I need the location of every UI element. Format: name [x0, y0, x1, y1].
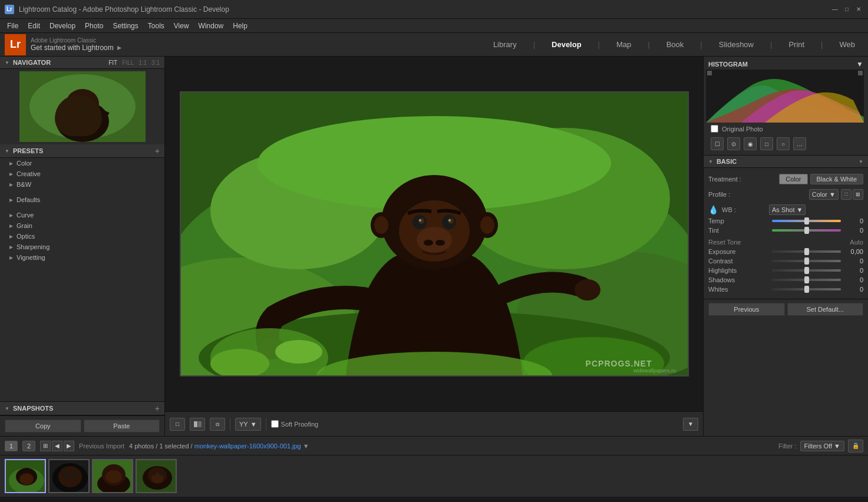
copy-button[interactable]: Copy — [5, 420, 81, 432]
auto-tone-button[interactable]: Auto — [850, 239, 863, 246]
module-map[interactable]: Map — [608, 38, 639, 51]
filename-dropdown-icon[interactable]: ▼ — [303, 442, 309, 450]
color-treatment-button[interactable]: Color — [779, 174, 807, 184]
next-arrow-icon[interactable]: ▶ — [64, 441, 74, 451]
close-button[interactable]: ✕ — [854, 5, 863, 14]
presets-header[interactable]: ▼ Presets + — [0, 144, 164, 158]
soft-proofing-checkbox[interactable] — [271, 420, 279, 428]
navigator-label: Navigator — [13, 59, 108, 66]
menu-photo[interactable]: Photo — [80, 19, 108, 33]
view-survey-button[interactable]: ⧈ — [210, 418, 225, 431]
module-library[interactable]: Library — [485, 38, 525, 51]
brush-icon[interactable]: … — [793, 137, 806, 150]
preset-grain[interactable]: ▶ Grain — [0, 220, 164, 231]
module-print[interactable]: Print — [780, 38, 813, 51]
module-develop[interactable]: Develop — [543, 38, 590, 51]
menu-tools[interactable]: Tools — [143, 19, 169, 33]
prev-arrow-icon[interactable]: ◀ — [52, 441, 62, 451]
eyedropper-icon[interactable]: 💧 — [708, 205, 718, 214]
menu-help[interactable]: Help — [228, 19, 252, 33]
basic-header[interactable]: ▼ Basic ▼ — [704, 156, 868, 168]
profile-grid2-icon[interactable]: ⊠ — [853, 189, 863, 200]
original-photo-label[interactable]: Original Photo — [722, 125, 763, 133]
svg-point-46 — [58, 466, 82, 487]
bw-treatment-button[interactable]: Black & White — [810, 174, 863, 184]
previous-button[interactable]: Previous — [708, 303, 785, 316]
exposure-slider[interactable] — [772, 250, 841, 253]
main-photo[interactable]: widewallpapers.ru — [181, 93, 688, 375]
page-1-button[interactable]: 1 — [5, 441, 18, 451]
nav-3to1[interactable]: 3:1 — [151, 60, 160, 66]
maximize-button[interactable]: □ — [842, 5, 852, 14]
svg-point-6 — [84, 101, 89, 105]
wb-select[interactable]: As Shot ▼ — [769, 204, 806, 215]
toolbar-expand-button[interactable]: ▼ — [683, 418, 698, 431]
view-compare-button[interactable] — [190, 418, 205, 431]
minimize-button[interactable]: — — [830, 5, 840, 14]
snapshots-add-button[interactable]: + — [155, 404, 160, 412]
nav-fill[interactable]: FILL — [122, 60, 134, 66]
filmstrip-thumb-1[interactable] — [5, 459, 46, 493]
menu-view[interactable]: View — [169, 19, 194, 33]
spot-remove-icon[interactable]: ⊙ — [727, 137, 740, 150]
preset-curve-icon: ▶ — [9, 213, 13, 218]
view-mode-dropdown[interactable]: YY ▼ — [235, 418, 261, 431]
preset-creative[interactable]: ▶ Creative — [0, 169, 164, 179]
highlights-slider[interactable] — [772, 269, 841, 272]
crop-icon[interactable]: ☐ — [711, 137, 724, 150]
filter-lock-icon[interactable]: 🔒 — [848, 440, 863, 453]
preset-sharpening-icon: ▶ — [9, 245, 13, 250]
filter-chevron-icon: ▼ — [834, 442, 840, 450]
temp-slider[interactable] — [772, 220, 841, 222]
module-book[interactable]: Book — [658, 38, 692, 51]
nav-1to1[interactable]: 1:1 — [138, 60, 147, 66]
menu-develop[interactable]: Develop — [45, 19, 80, 33]
clipping-left-icon[interactable] — [707, 71, 712, 75]
page-2-button[interactable]: 2 — [22, 441, 35, 451]
preset-bw[interactable]: ▶ B&W — [0, 179, 164, 190]
preset-defaults[interactable]: ▶ Defaults — [0, 194, 164, 205]
preset-sharpening[interactable]: ▶ Sharpening — [0, 242, 164, 252]
preset-optics[interactable]: ▶ Optics — [0, 231, 164, 242]
linear-gradient-icon[interactable]: □ — [760, 137, 773, 150]
tint-slider[interactable] — [772, 229, 841, 232]
preset-curve[interactable]: ▶ Curve — [0, 210, 164, 220]
filmstrip-thumb-2[interactable] — [48, 459, 90, 493]
filmstrip-thumb-4[interactable] — [136, 459, 177, 493]
menu-file[interactable]: File — [2, 19, 23, 33]
whites-slider[interactable] — [772, 288, 841, 290]
histogram-collapse-icon[interactable]: ▼ — [856, 60, 863, 68]
menu-edit[interactable]: Edit — [23, 19, 45, 33]
original-photo-checkbox[interactable] — [711, 125, 718, 133]
svg-point-47 — [64, 473, 68, 477]
snapshots-header[interactable]: ▼ Snapshots + — [0, 402, 164, 415]
filename-link[interactable]: monkey-wallpaper-1600x900-001.jpg — [194, 442, 301, 450]
preset-defaults-label: Defaults — [16, 196, 40, 203]
module-web[interactable]: Web — [831, 38, 864, 51]
profile-select[interactable]: Color ▼ — [809, 189, 839, 200]
preset-color[interactable]: ▶ Color — [0, 158, 164, 169]
paste-button[interactable]: Paste — [84, 420, 160, 432]
module-slideshow[interactable]: Slideshow — [711, 38, 762, 51]
menu-settings[interactable]: Settings — [108, 19, 143, 33]
filmstrip-thumb-3[interactable] — [92, 459, 133, 493]
shadows-slider[interactable] — [772, 279, 841, 281]
reset-tone-button[interactable]: Reset Tone — [708, 239, 850, 246]
profile-grid-icon[interactable]: ∷ — [841, 189, 852, 200]
set-default-button[interactable]: Set Default... — [787, 303, 864, 316]
view-normal-button[interactable]: □ — [170, 418, 185, 431]
nav-fit[interactable]: FIT — [108, 60, 117, 66]
clipping-right-icon[interactable] — [858, 71, 863, 75]
svg-point-28 — [448, 219, 451, 222]
contrast-slider[interactable] — [772, 260, 841, 262]
redeye-icon[interactable]: ◉ — [744, 137, 757, 150]
wb-label: WB : — [722, 206, 769, 213]
presets-add-button[interactable]: + — [155, 147, 160, 155]
filter-dropdown[interactable]: Filters Off ▼ — [800, 441, 844, 451]
wb-dropdown-icon: ▼ — [797, 206, 803, 213]
navigator-header[interactable]: ▼ Navigator FIT FILL 1:1 3:1 — [0, 57, 164, 69]
radial-gradient-icon[interactable]: ○ — [777, 137, 790, 150]
menu-window[interactable]: Window — [194, 19, 229, 33]
preset-vignetting[interactable]: ▶ Vignetting — [0, 252, 164, 263]
grid-view-icon[interactable]: ⊞ — [40, 441, 51, 451]
